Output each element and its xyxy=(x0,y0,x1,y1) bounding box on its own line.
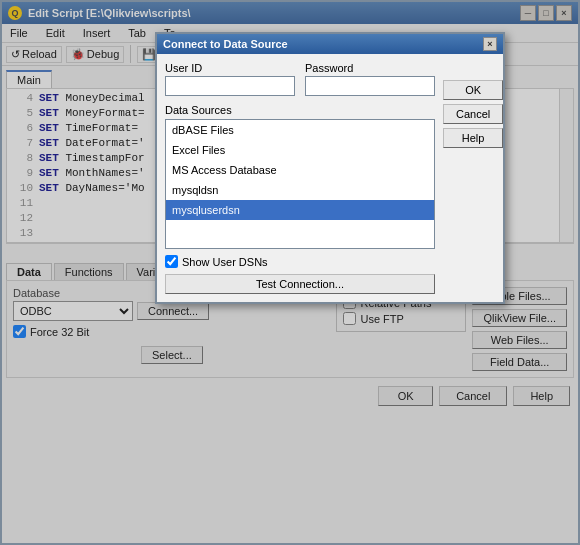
dialog-help-button[interactable]: Help xyxy=(443,128,503,148)
datasources-list[interactable]: dBASE Files Excel Files MS Access Databa… xyxy=(165,119,435,249)
dialog-titlebar: Connect to Data Source × xyxy=(157,34,503,54)
dialog-overlay: Connect to Data Source × User ID xyxy=(2,2,578,543)
test-connection-button[interactable]: Test Connection... xyxy=(165,274,435,294)
dialog-close-button[interactable]: × xyxy=(483,37,497,51)
password-input[interactable] xyxy=(305,76,435,96)
show-user-dsn-checkbox[interactable] xyxy=(165,255,178,268)
connect-dialog: Connect to Data Source × User ID xyxy=(155,32,505,304)
credentials-row: User ID Password xyxy=(165,62,435,96)
ds-item-msaccess[interactable]: MS Access Database xyxy=(166,160,434,180)
show-user-dsn-label: Show User DSNs xyxy=(182,256,268,268)
ds-item-dbase[interactable]: dBASE Files xyxy=(166,120,434,140)
datasources-section: Data Sources dBASE Files Excel Files MS … xyxy=(165,104,435,249)
dialog-title: Connect to Data Source xyxy=(163,38,483,50)
ds-item-mysqldsn[interactable]: mysqldsn xyxy=(166,180,434,200)
show-user-dsn-row: Show User DSNs xyxy=(165,255,268,268)
userid-label: User ID xyxy=(165,62,295,74)
dialog-body: User ID Password Data Sources xyxy=(157,54,503,302)
ds-item-mysqluserdsn[interactable]: mysqluserdsn xyxy=(166,200,434,220)
dialog-ok-button[interactable]: OK xyxy=(443,80,503,100)
ds-item-excel[interactable]: Excel Files xyxy=(166,140,434,160)
datasources-label: Data Sources xyxy=(165,104,435,116)
userid-input[interactable] xyxy=(165,76,295,96)
dialog-action-buttons: OK Cancel Help xyxy=(443,62,503,294)
main-window: Q Edit Script [E:\Qlikview\scripts\ ─ □ … xyxy=(0,0,580,545)
password-label: Password xyxy=(305,62,435,74)
dialog-footer-row: Show User DSNs xyxy=(165,255,435,268)
dialog-cancel-button[interactable]: Cancel xyxy=(443,104,503,124)
